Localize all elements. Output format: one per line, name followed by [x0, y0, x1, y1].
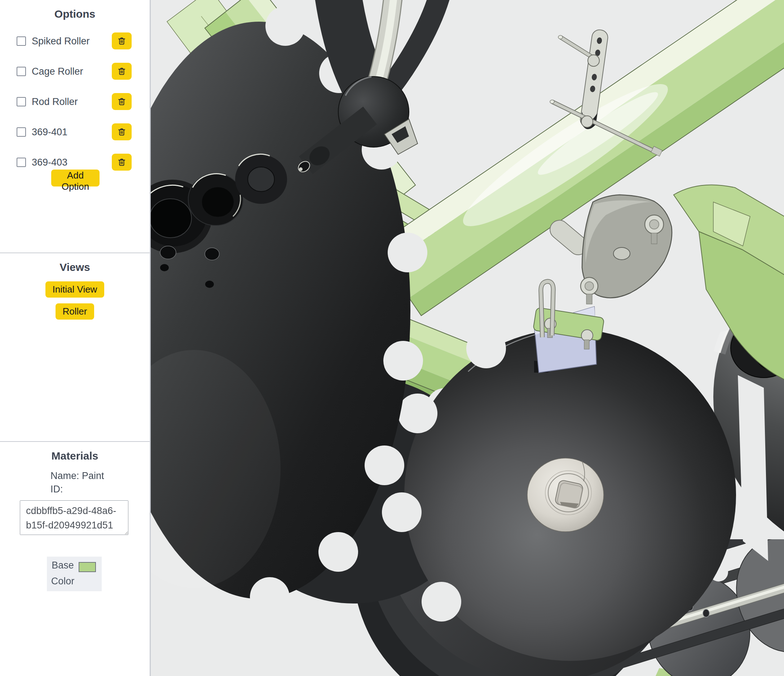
option-checkbox[interactable] — [17, 127, 26, 137]
view-button-roller[interactable]: Roller — [56, 304, 95, 319]
options-title: Options — [0, 0, 150, 20]
trash-icon — [117, 66, 127, 76]
option-row-cage-roller: Cage Roller — [0, 63, 150, 80]
views-title: Views — [0, 253, 150, 273]
option-label: Cage Roller — [32, 66, 83, 77]
option-row-spiked-roller: Spiked Roller — [0, 33, 150, 50]
view-button-initial-view[interactable]: Initial View — [45, 281, 104, 298]
delete-option-button[interactable] — [112, 93, 132, 110]
option-checkbox[interactable] — [17, 36, 26, 46]
base-color-label: Base Color — [47, 557, 79, 589]
delete-option-button[interactable] — [112, 123, 132, 140]
trash-icon — [117, 97, 127, 106]
option-label: Rod Roller — [32, 96, 78, 107]
app-window: Options Spiked Roller Cage Roller Rod Ro… — [0, 0, 784, 676]
material-id-label: ID: — [50, 483, 150, 496]
option-checkbox[interactable] — [17, 97, 26, 106]
option-row-369-401: 369-401 — [0, 123, 150, 141]
base-color-swatch[interactable] — [79, 562, 96, 572]
option-row-rod-roller: Rod Roller — [0, 93, 150, 111]
option-checkbox[interactable] — [17, 67, 26, 76]
hub-square-socket — [554, 480, 583, 509]
materials-title: Materials — [0, 442, 150, 462]
option-label: 369-403 — [32, 157, 67, 168]
add-option-button[interactable]: Add Option — [51, 170, 100, 187]
base-color-row: Base Color — [47, 557, 102, 591]
trash-icon — [117, 36, 127, 46]
material-id-input[interactable]: cdbbffb5-a29d-48a6-b15f-d20949921d51 — [20, 500, 128, 535]
trash-icon — [117, 157, 127, 167]
trash-icon — [117, 127, 127, 137]
materials-section: Materials Name: Paint ID: cdbbffb5-a29d-… — [0, 441, 150, 675]
delete-option-button[interactable] — [112, 154, 132, 171]
sidebar: Options Spiked Roller Cage Roller Rod Ro… — [0, 0, 151, 676]
model-viewport[interactable] — [151, 0, 784, 676]
option-row-369-403: 369-403 — [0, 154, 150, 171]
delete-option-button[interactable] — [112, 63, 132, 80]
option-label: Spiked Roller — [32, 36, 90, 47]
material-name-text: Name: Paint — [50, 469, 150, 483]
delete-option-button[interactable] — [112, 33, 132, 50]
option-label: 369-401 — [32, 127, 67, 138]
views-section: Views Initial View Roller — [0, 252, 150, 441]
option-checkbox[interactable] — [17, 157, 26, 167]
options-section: Options Spiked Roller Cage Roller Rod Ro… — [0, 0, 150, 252]
